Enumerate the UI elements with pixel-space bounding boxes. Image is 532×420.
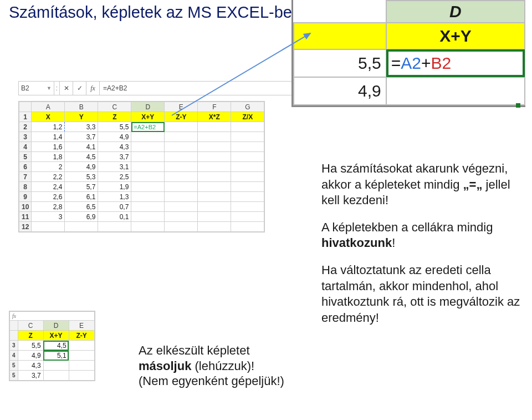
header-XpY[interactable]: X+Y bbox=[131, 112, 165, 122]
cell[interactable]: 3 bbox=[32, 212, 65, 222]
row-10[interactable]: 10 bbox=[19, 202, 32, 212]
cell[interactable] bbox=[231, 192, 264, 202]
cell[interactable]: 2,8 bbox=[32, 202, 65, 212]
cell[interactable] bbox=[69, 351, 94, 361]
row-8[interactable]: 8 bbox=[19, 182, 32, 192]
cell[interactable] bbox=[198, 162, 231, 172]
col-C[interactable]: C bbox=[18, 321, 43, 331]
cell[interactable] bbox=[231, 202, 264, 212]
col-G[interactable]: G bbox=[231, 102, 264, 112]
col-B[interactable]: B bbox=[65, 102, 98, 112]
accept-icon[interactable]: ✓ bbox=[73, 82, 86, 95]
cell[interactable] bbox=[165, 192, 198, 202]
row-6[interactable]: 6 bbox=[19, 162, 32, 172]
cell[interactable]: 6,5 bbox=[65, 202, 98, 212]
cell[interactable] bbox=[231, 182, 264, 192]
cell[interactable] bbox=[165, 202, 198, 212]
header-ZmY[interactable]: Z-Y bbox=[69, 331, 94, 341]
col-F[interactable]: F bbox=[198, 102, 231, 112]
cell[interactable] bbox=[231, 152, 264, 162]
cell[interactable]: 4,5 bbox=[65, 152, 98, 162]
cell[interactable]: 0,1 bbox=[98, 212, 131, 222]
cell[interactable]: 1,4 bbox=[32, 132, 65, 142]
cell[interactable] bbox=[165, 152, 198, 162]
cell[interactable] bbox=[231, 142, 264, 152]
cell[interactable]: 3,7 bbox=[65, 132, 98, 142]
cell[interactable]: 3,7 bbox=[98, 152, 131, 162]
cell[interactable]: 3,3 bbox=[65, 122, 98, 132]
select-all-corner[interactable] bbox=[19, 102, 32, 112]
row-2[interactable]: 2 bbox=[19, 122, 32, 132]
cell[interactable] bbox=[43, 371, 69, 381]
cell[interactable]: 5,5 bbox=[18, 341, 43, 351]
header-XtZ[interactable]: X*Z bbox=[198, 112, 231, 122]
cell[interactable]: 1,2 bbox=[32, 122, 65, 132]
formula-input[interactable]: =A2+B2 bbox=[100, 82, 301, 95]
header-Y[interactable]: Y bbox=[65, 112, 98, 122]
cell[interactable] bbox=[131, 202, 165, 212]
cell[interactable] bbox=[198, 152, 231, 162]
cell[interactable] bbox=[198, 192, 231, 202]
header-Z[interactable]: Z bbox=[18, 331, 43, 341]
cell[interactable] bbox=[165, 172, 198, 182]
spreadsheet-main[interactable]: A B C D E F G 1 X Y Z X+Y Z-Y X*Z Z/X 2 … bbox=[18, 101, 265, 232]
cell[interactable]: 4,5 bbox=[43, 341, 69, 351]
cell[interactable] bbox=[198, 142, 231, 152]
cell[interactable] bbox=[165, 162, 198, 172]
zoom-formula-cell[interactable]: =A2+B2 bbox=[386, 49, 525, 77]
cell[interactable] bbox=[165, 222, 198, 232]
row-1[interactable]: 1 bbox=[19, 112, 32, 122]
header-X[interactable]: X bbox=[32, 112, 65, 122]
cell[interactable]: 4,9 bbox=[65, 162, 98, 172]
row-4[interactable]: 4 bbox=[19, 142, 32, 152]
cell[interactable] bbox=[131, 192, 165, 202]
cell[interactable]: 1,6 bbox=[32, 142, 65, 152]
cell[interactable] bbox=[231, 162, 264, 172]
col-E[interactable]: E bbox=[69, 321, 94, 331]
col-C[interactable]: C bbox=[98, 102, 131, 112]
row-12[interactable]: 12 bbox=[19, 222, 32, 232]
cell[interactable] bbox=[69, 361, 94, 371]
cell[interactable]: 1,3 bbox=[98, 192, 131, 202]
cell[interactable] bbox=[198, 212, 231, 222]
cell[interactable]: 2,6 bbox=[32, 192, 65, 202]
cell[interactable] bbox=[131, 152, 165, 162]
col-D[interactable]: D bbox=[43, 321, 69, 331]
cell[interactable] bbox=[131, 222, 165, 232]
cell[interactable]: 4,3 bbox=[18, 361, 43, 371]
row-3[interactable]: 3 bbox=[19, 132, 32, 142]
row[interactable] bbox=[10, 331, 18, 341]
cell[interactable] bbox=[231, 172, 264, 182]
row[interactable]: 5 bbox=[10, 371, 18, 381]
cell[interactable]: 0,7 bbox=[98, 202, 131, 212]
cell[interactable]: 2,2 bbox=[32, 172, 65, 182]
cell[interactable] bbox=[43, 361, 69, 371]
col-A[interactable]: A bbox=[32, 102, 65, 112]
cancel-icon[interactable]: ✕ bbox=[60, 82, 73, 95]
cell[interactable] bbox=[131, 132, 165, 142]
cell[interactable] bbox=[165, 142, 198, 152]
cell[interactable]: 3,7 bbox=[18, 371, 43, 381]
cell[interactable] bbox=[131, 142, 165, 152]
cell[interactable] bbox=[165, 122, 198, 132]
cell[interactable] bbox=[32, 222, 65, 232]
cell[interactable] bbox=[231, 222, 264, 232]
cell[interactable] bbox=[131, 182, 165, 192]
cell-editing[interactable]: =A2+B2 bbox=[131, 122, 165, 132]
cell[interactable] bbox=[231, 122, 264, 132]
cell[interactable]: 4,9 bbox=[18, 351, 43, 361]
col-D[interactable]: D bbox=[131, 102, 165, 112]
col-E[interactable]: E bbox=[165, 102, 198, 112]
header-ZmY[interactable]: Z-Y bbox=[165, 112, 198, 122]
row-5[interactable]: 5 bbox=[19, 152, 32, 162]
cell[interactable]: 3,1 bbox=[98, 162, 131, 172]
cell[interactable]: 2,4 bbox=[32, 182, 65, 192]
cell[interactable] bbox=[231, 132, 264, 142]
cell[interactable] bbox=[131, 162, 165, 172]
header-Z[interactable]: Z bbox=[98, 112, 131, 122]
cell[interactable] bbox=[198, 122, 231, 132]
cell[interactable] bbox=[165, 212, 198, 222]
row[interactable]: 3 bbox=[10, 341, 18, 351]
cell[interactable]: 5,1 bbox=[43, 351, 69, 361]
cell[interactable]: 1,9 bbox=[98, 182, 131, 192]
